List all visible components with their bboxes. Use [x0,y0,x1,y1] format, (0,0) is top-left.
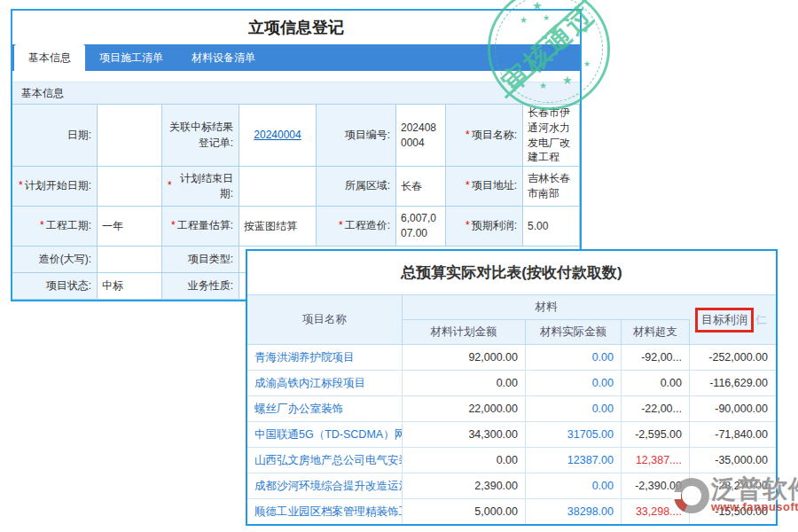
target-profit-amount: -90,000.00 [690,396,775,421]
target-profit-amount: -28,270.00 [690,473,775,498]
material-overrun-amount: 33,298.... [622,499,690,524]
bid-result-cell: 20240004 [239,105,317,167]
field-label-project-status: *项目状态: [12,273,98,300]
column-header-material-actual: 材料实际金额 [526,320,622,344]
field-label-plan-start: *计划开始日期: [12,167,98,207]
project-name-value[interactable]: 长春市伊通河水力发电厂改建工程 [523,105,580,167]
tab-bar: 基本信息 项目施工清单 材料设备清单 [12,44,580,71]
material-plan-amount: 0.00 [403,371,526,395]
field-label-plan-end: *计划结束日期: [162,167,239,207]
material-plan-amount: 5,000.00 [403,499,526,524]
tab-basic-info[interactable]: 基本信息 [14,44,85,71]
material-subheader-row: 材料计划金额 材料实际金额 材料超支 [403,320,690,344]
comparison-table-header: 项目名称 材料 材料计划金额 材料实际金额 材料超支 目标利润 仁 [247,294,776,345]
field-label-expected-profit: *预期利润: [446,207,523,246]
plan-start-input[interactable] [98,167,162,207]
target-profit-amount: -35,000.00 [690,448,775,473]
project-status-value[interactable]: 中标 [98,273,162,300]
field-label-project-no: *项目编号: [317,105,396,167]
project-name-link[interactable]: 螺丝厂办公室装饰 [247,396,403,421]
material-plan-amount: 92,000.00 [403,345,526,370]
section-header-basic-info: 基本信息 [12,82,580,105]
field-label-quantity-estimate: *工程量估算: [162,207,239,246]
target-profit-amount: -116,629.00 [690,371,775,395]
table-row: 中国联通5G（TD-SCDMA）网络三期 34,300.00 31705.00 … [247,422,776,448]
project-name-link[interactable]: 成渝高铁内江标段项目 [247,371,403,395]
table-row: 螺丝厂办公室装饰 22,000.00 0.00 -22,00... -90,00… [247,396,776,422]
column-header-material-overrun: 材料超支 [622,320,690,344]
material-plan-amount: 34,300.00 [403,422,526,447]
field-label-project-type: *项目类型: [162,246,239,273]
project-name-link[interactable]: 顺德工业园区档案管理精装饰工程（ [247,499,403,524]
field-label-bid-result: *关联中标结果登记单: [162,105,239,167]
material-overrun-amount: -2,390.00 [622,473,690,498]
field-label-project-cost: *工程造价: [317,207,396,246]
material-overrun-amount: -92,00... [622,345,690,370]
table-row: 青海洪湖养护院项目 92,000.00 0.00 -92,00... -252,… [247,345,776,371]
material-actual-amount-link[interactable]: 0.00 [526,473,622,498]
project-no-value: 2024080004 [396,105,446,167]
project-name-link[interactable]: 山西弘文房地产总公司电气安装工程 [247,448,403,473]
material-actual-amount-link[interactable]: 0.00 [526,345,622,370]
table-row: 成渝高铁内江标段项目 0.00 0.00 0.00 -116,629.00 [247,371,776,396]
field-label-cost-capital: *造价(大写): [12,246,98,273]
comparison-table-title: 总预算实际对比表(按收付款取数) [247,251,776,294]
material-overrun-amount: -2,595.00 [622,422,690,447]
project-address-value[interactable]: 吉林长春市南部 [523,167,580,207]
field-label-project-address: *项目地址: [446,167,523,207]
clipped-next-column-text: 仁 [755,312,767,328]
field-label-project-name: *项目名称: [446,105,523,167]
material-overrun-amount: -22,00... [622,396,690,421]
tab-construction-list[interactable]: 项目施工清单 [85,44,177,71]
region-value[interactable]: 长春 [396,167,446,207]
quantity-estimate-value[interactable]: 按蓝图结算 [239,207,317,246]
target-profit-amount: -71,840.00 [690,422,775,447]
material-plan-amount: 22,000.00 [403,396,526,421]
field-label-region: *所属区域: [317,167,396,207]
field-label-date: *日期: [12,105,98,167]
expected-profit-value[interactable]: 5.00 [523,207,580,246]
material-overrun-amount: 12,387.... [622,448,690,473]
column-group-material: 材料 材料计划金额 材料实际金额 材料超支 [403,295,690,344]
field-label-business-nature: *业务性质: [162,273,239,300]
column-header-material-plan: 材料计划金额 [403,320,526,344]
comparison-table-body: 青海洪湖养护院项目 92,000.00 0.00 -92,00... -252,… [247,345,776,524]
column-header-project-name: 项目名称 [247,295,403,344]
material-actual-amount-link[interactable]: 31705.00 [526,422,622,447]
tab-content-gap [12,71,580,82]
column-header-material-group: 材料 [403,295,690,320]
target-profit-annotation-box: 目标利润 [695,308,754,332]
date-input[interactable] [98,105,162,167]
project-name-link[interactable]: 青海洪湖养护院项目 [247,345,403,370]
material-actual-amount-link[interactable]: 0.00 [526,371,622,395]
bid-result-link[interactable]: 20240004 [254,128,301,143]
table-row: 山西弘文房地产总公司电气安装工程 0.00 12387.00 12,387...… [247,448,776,473]
material-plan-amount: 0.00 [403,448,526,473]
table-row: 顺德工业园区档案管理精装饰工程（ 5,000.00 38298.00 33,29… [247,499,776,524]
star-icon: ★ [583,60,591,68]
material-actual-amount-link[interactable]: 38298.00 [526,499,622,524]
tab-material-equipment-list[interactable]: 材料设备清单 [177,44,270,71]
field-label-duration: *工程工期: [12,207,98,246]
column-header-target-profit: 目标利润 仁 [690,295,775,344]
plan-end-input[interactable] [239,167,317,207]
material-actual-amount-link[interactable]: 12387.00 [526,448,622,473]
project-name-link[interactable]: 成都沙河环境综合提升改造运河护岸 [247,473,403,498]
table-row: 成都沙河环境综合提升改造运河护岸 2,390.00 0.00 -2,390.00… [247,473,776,499]
page-title: 立项信息登记 [12,11,580,44]
target-profit-amount: -252,000.00 [690,345,775,370]
budget-comparison-window: 总预算实际对比表(按收付款取数) 项目名称 材料 材料计划金额 材料实际金额 材… [246,249,778,526]
material-plan-amount: 2,390.00 [403,473,526,498]
project-name-link[interactable]: 中国联通5G（TD-SCDMA）网络三期 [247,422,403,447]
target-profit-amount: -15,500.00 [690,499,775,524]
project-cost-value[interactable]: 6,007,007.00 [396,207,446,246]
duration-value[interactable]: 一年 [98,207,162,246]
cost-capital-input[interactable] [98,246,162,273]
material-overrun-amount: 0.00 [622,371,690,395]
star-icon: ★ [582,27,589,35]
material-actual-amount-link[interactable]: 0.00 [526,396,622,421]
